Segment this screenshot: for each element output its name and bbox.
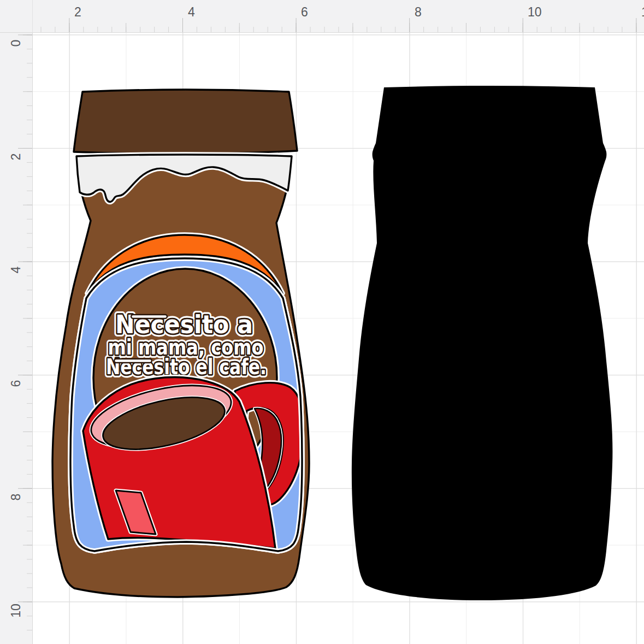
ruler-label: 4 [9, 254, 23, 286]
ruler-label: 2 [74, 5, 81, 20]
ruler-label: 10 [528, 5, 542, 20]
ruler-vertical: 0246810 [0, 0, 33, 644]
mug-group[interactable] [83, 374, 304, 548]
ruler-label: 8 [415, 5, 422, 20]
artboard-svg: Necesito a mi mama, como Necesito el caf… [0, 0, 644, 644]
coffee-jar-silhouette[interactable] [352, 86, 613, 600]
ruler-label: 10 [9, 595, 23, 627]
ruler-label: 12 [641, 5, 644, 20]
ruler-label: 8 [9, 481, 23, 513]
design-app-stage: Necesito a mi mama, como Necesito el caf… [0, 0, 644, 644]
ruler-label: 6 [301, 5, 308, 20]
ruler-label: 4 [188, 5, 195, 20]
accent-overline-2 [114, 359, 152, 363]
ruler-label: 6 [9, 368, 23, 400]
accent-overline-1 [131, 315, 167, 318]
ruler-corner [0, 0, 33, 33]
jar-quote-text[interactable] [106, 309, 267, 379]
ruler-label: 2 [9, 141, 23, 173]
coffee-jar-design[interactable] [52, 90, 309, 597]
jar-lid[interactable] [74, 90, 297, 153]
ruler-horizontal: 24681012 [0, 0, 644, 33]
